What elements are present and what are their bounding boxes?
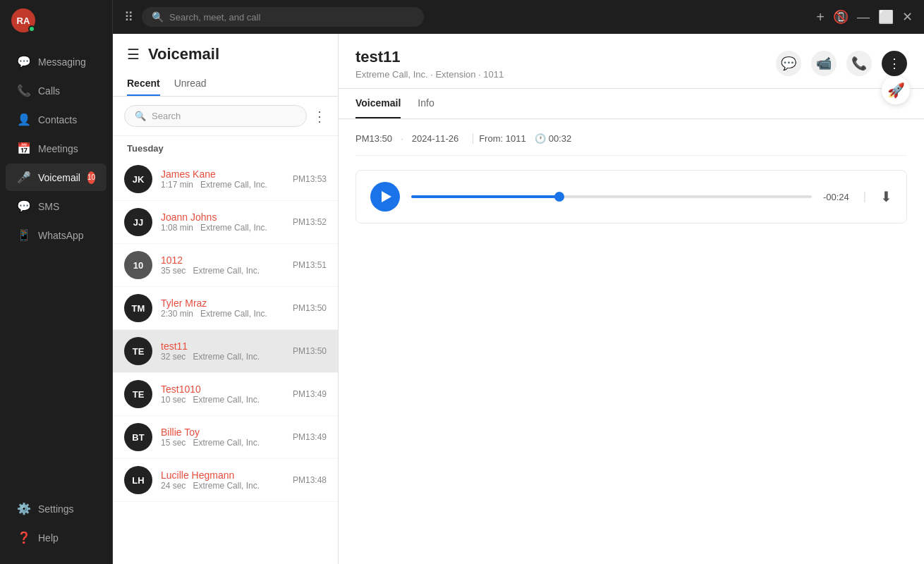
- avatar: LH: [124, 466, 152, 494]
- vm-name: Tyler Mraz: [161, 298, 284, 309]
- sidebar-item-voicemail[interactable]: 🎤 Voicemail 10: [6, 164, 107, 191]
- progress-fill: [411, 195, 559, 198]
- audio-player: -00:24 | ⬇: [355, 170, 907, 223]
- sidebar-item-calls[interactable]: 📞 Calls: [6, 77, 107, 104]
- sidebar-item-label: Contacts: [38, 114, 77, 125]
- end-call-button[interactable]: 📵: [833, 9, 849, 25]
- call-button[interactable]: 📞: [846, 51, 872, 76]
- vm-name: Test1010: [161, 384, 284, 395]
- sidebar-bottom: ⚙️ Settings ❓ Help: [0, 488, 112, 564]
- sidebar-header: RA: [0, 0, 112, 41]
- minimize-icon: —: [857, 10, 870, 25]
- meta-date: 2024-11-26: [412, 133, 459, 144]
- close-button[interactable]: ✕: [902, 9, 913, 25]
- sidebar-item-sms[interactable]: 💬 SMS: [6, 192, 107, 220]
- vm-time: PM13:49: [293, 389, 327, 399]
- vm-time: PM13:53: [293, 174, 327, 184]
- vm-info: Joann Johns 1:08 min Extreme Call, Inc.: [161, 212, 284, 233]
- sidebar-item-meetings[interactable]: 📅 Meetings: [6, 135, 107, 162]
- vm-meta: 2:30 min Extreme Call, Inc.: [161, 309, 284, 319]
- play-button[interactable]: [370, 182, 400, 212]
- vm-name: 1012: [161, 255, 284, 266]
- vm-info: test11 32 sec Extreme Call, Inc.: [161, 341, 284, 362]
- list-more-button[interactable]: ⋮: [312, 108, 327, 125]
- menu-icon[interactable]: ☰: [127, 46, 140, 63]
- add-call-button[interactable]: +: [816, 9, 825, 25]
- maximize-button[interactable]: ⬜: [878, 9, 894, 25]
- vm-meta: 1:08 min Extreme Call, Inc.: [161, 223, 284, 233]
- sidebar-item-messaging[interactable]: 💬 Messaging: [6, 48, 107, 75]
- search-row: 🔍 ⋮: [113, 97, 338, 136]
- main: ⠿ 🔍 + 📵 — ⬜ ✕: [113, 0, 924, 564]
- meetings-icon: 📅: [17, 142, 31, 155]
- vm-info: James Kane 1:17 min Extreme Call, Inc.: [161, 168, 284, 190]
- plus-icon: +: [816, 9, 825, 25]
- rocket-button[interactable]: 🚀: [882, 76, 910, 104]
- list-item[interactable]: TM Tyler Mraz 2:30 min Extreme Call, Inc…: [113, 287, 338, 330]
- tab-voicemail[interactable]: Voicemail: [355, 89, 401, 118]
- list-item[interactable]: TE test11 32 sec Extreme Call, Inc. PM13…: [113, 330, 338, 373]
- vm-info: Billie Toy 15 sec Extreme Call, Inc.: [161, 427, 284, 448]
- panel-tabs: Recent Unread: [113, 63, 338, 97]
- video-icon: 📹: [816, 56, 832, 71]
- vm-info: 1012 35 sec Extreme Call, Inc.: [161, 255, 284, 276]
- sidebar-item-label: Settings: [38, 503, 74, 515]
- list-item[interactable]: BT Billie Toy 15 sec Extreme Call, Inc. …: [113, 416, 338, 459]
- vm-time: PM13:49: [293, 432, 327, 442]
- voicemail-search-input[interactable]: [152, 111, 296, 121]
- sidebar-nav: 💬 Messaging 📞 Calls 👤 Contacts 📅 Meeting…: [0, 41, 112, 488]
- sidebar-item-label: Calls: [38, 85, 60, 97]
- sidebar-item-settings[interactable]: ⚙️ Settings: [6, 495, 107, 522]
- vm-meta: 35 sec Extreme Call, Inc.: [161, 266, 284, 276]
- tab-info[interactable]: Info: [418, 89, 434, 118]
- more-options-button[interactable]: ⋮: [882, 51, 907, 76]
- call-icon: 📞: [851, 56, 867, 71]
- vm-clock: 🕐 00:32: [535, 133, 572, 144]
- meta-time: PM13:50: [355, 133, 392, 144]
- tab-recent[interactable]: Recent: [127, 72, 160, 96]
- minimize-button[interactable]: —: [857, 10, 870, 25]
- sidebar-item-contacts[interactable]: 👤 Contacts: [6, 106, 107, 133]
- vm-meta: 10 sec Extreme Call, Inc.: [161, 395, 284, 405]
- search-input[interactable]: [169, 12, 414, 23]
- end-call-icon: 📵: [833, 9, 849, 25]
- avatar: TE: [124, 337, 152, 365]
- vm-info: Tyler Mraz 2:30 min Extreme Call, Inc.: [161, 298, 284, 319]
- calls-icon: 📞: [17, 84, 31, 97]
- download-button[interactable]: ⬇: [880, 188, 892, 205]
- list-item[interactable]: TE Test1010 10 sec Extreme Call, Inc. PM…: [113, 373, 338, 416]
- chat-button[interactable]: 💬: [776, 51, 801, 76]
- clock-icon: 🕐: [535, 133, 546, 144]
- video-button[interactable]: 📹: [811, 51, 837, 76]
- list-item[interactable]: JJ Joann Johns 1:08 min Extreme Call, In…: [113, 201, 338, 244]
- vm-info: Lucille Hegmann 24 sec Extreme Call, Inc…: [161, 470, 284, 491]
- voicemail-meta-row: PM13:50 · 2024-11-26 From: 1011 🕐 00:32: [355, 133, 907, 156]
- topbar: ⠿ 🔍 + 📵 — ⬜ ✕: [113, 0, 924, 34]
- vm-meta: 15 sec Extreme Call, Inc.: [161, 438, 284, 448]
- sidebar-item-label: SMS: [38, 201, 59, 212]
- vm-meta: 24 sec Extreme Call, Inc.: [161, 481, 284, 491]
- avatar: TM: [124, 294, 152, 322]
- avatar: 10: [124, 251, 152, 279]
- detail-subtitle: Extreme Call, Inc. · Extension · 1011: [355, 69, 776, 80]
- vm-time: PM13:48: [293, 475, 327, 485]
- list-item[interactable]: JK James Kane 1:17 min Extreme Call, Inc…: [113, 158, 338, 201]
- contacts-icon: 👤: [17, 113, 31, 126]
- online-status-dot: [28, 25, 35, 32]
- whatsapp-icon: 📱: [17, 228, 31, 242]
- settings-icon: ⚙️: [17, 502, 31, 515]
- more-icon: ⋮: [888, 56, 901, 71]
- progress-bar[interactable]: [411, 195, 812, 198]
- chat-icon: 💬: [781, 56, 796, 71]
- sidebar-item-help[interactable]: ❓ Help: [6, 524, 107, 551]
- list-item[interactable]: 10 1012 35 sec Extreme Call, Inc. PM13:5…: [113, 244, 338, 287]
- sidebar-item-whatsapp[interactable]: 📱 WhatsApp: [6, 221, 107, 249]
- detail-content: PM13:50 · 2024-11-26 From: 1011 🕐 00:32: [339, 119, 924, 564]
- tab-unread[interactable]: Unread: [174, 72, 207, 96]
- meta-duration: 00:32: [549, 133, 572, 144]
- app-grid-button[interactable]: ⠿: [124, 9, 133, 25]
- avatar: JK: [124, 165, 152, 193]
- list-item[interactable]: LH Lucille Hegmann 24 sec Extreme Call, …: [113, 459, 338, 502]
- rocket-icon: 🚀: [887, 82, 905, 99]
- grid-icon: ⠿: [124, 9, 133, 25]
